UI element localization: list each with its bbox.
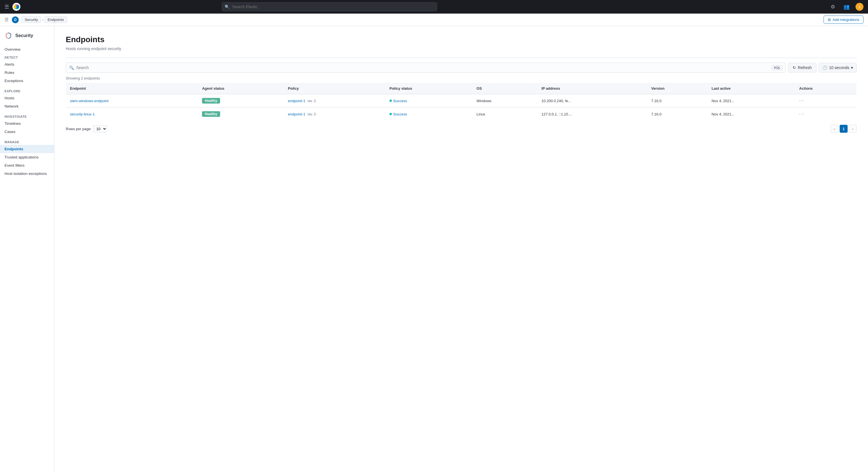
cell-os-1: Linux [472, 107, 537, 121]
top-navigation: ☰ 🔍 ⚙ 👥 I [0, 0, 868, 13]
cell-agent-status-1: Healthy [198, 107, 284, 121]
svg-point-4 [17, 5, 19, 9]
breadcrumb-bar: ☰ D Security › Endpoints ⊞ Add integrati… [0, 13, 868, 26]
col-endpoint: Endpoint [66, 83, 198, 94]
sidebar-item-event-filters[interactable]: Event filters [0, 161, 54, 169]
policy-link-1[interactable]: endpoint-1 [288, 112, 305, 116]
sidebar-item-endpoints[interactable]: Endpoints [0, 145, 54, 153]
rows-per-page-select[interactable]: 10 25 50 [93, 125, 107, 132]
rows-per-page[interactable]: Rows per page: 10 25 50 [66, 125, 109, 132]
content-divider [66, 58, 857, 58]
settings-icon[interactable]: ⚙ [828, 2, 837, 11]
policy-rev-0: rev. 3 [307, 99, 316, 103]
elastic-logo-icon [12, 3, 21, 11]
col-policy: Policy [284, 83, 385, 94]
page-title: Endpoints [66, 35, 857, 44]
sidebar-section-manage: Manage Endpoints Trusted applications Ev… [0, 138, 54, 178]
time-select[interactable]: 🕐 10 seconds ▾ [819, 63, 857, 72]
sidebar-item-network[interactable]: Network [0, 102, 54, 110]
col-last-active: Last active [708, 83, 795, 94]
sidebar-section-detect: Detect Alerts Rules Exceptions [0, 54, 54, 85]
table-body: siem-windows-endpoint Healthy endpoint-1… [66, 94, 857, 121]
prev-page-button[interactable]: ‹ [831, 125, 839, 133]
sidebar-item-trusted-apps[interactable]: Trusted applications [0, 153, 54, 161]
cell-endpoint-0: siem-windows-endpoint [66, 94, 198, 107]
sidebar-item-cases[interactable]: Cases [0, 128, 54, 136]
policy-link-0[interactable]: endpoint-1 [288, 99, 305, 103]
cell-version-1: 7.16.0 [647, 107, 708, 121]
global-search-bar: 🔍 [222, 2, 437, 11]
cell-ip-1: 127.0.0.1, ::1,10.... [537, 107, 647, 121]
cell-actions-1: ··· [795, 107, 857, 121]
sidebar-section-detect-label: Detect [0, 54, 54, 60]
breadcrumb-endpoints[interactable]: Endpoints [44, 16, 67, 23]
elastic-logo[interactable] [12, 3, 21, 11]
breadcrumb-chevron-icon: › [42, 18, 43, 22]
col-actions: Actions [795, 83, 857, 94]
app-layout: Security Overview Detect Alerts Rules Ex… [0, 26, 868, 472]
table-row: security-linux-1 Healthy endpoint-1 rev.… [66, 107, 857, 121]
cell-policy-status-0: Success [385, 94, 472, 107]
user-avatar[interactable]: I [856, 3, 864, 11]
search-icon: 🔍 [69, 65, 74, 70]
cell-policy-1: endpoint-1 rev. 3 [284, 107, 385, 121]
sidebar-item-alerts[interactable]: Alerts [0, 60, 54, 68]
actions-menu-0[interactable]: ··· [799, 98, 805, 103]
col-os: OS [472, 83, 537, 94]
actions-menu-1[interactable]: ··· [799, 111, 805, 116]
cell-last-active-1: Nov 4, 2021... [708, 107, 795, 121]
chevron-down-icon: ▾ [851, 65, 853, 70]
showing-text: Showing 2 endpoints [66, 76, 857, 80]
sidebar-item-overview[interactable]: Overview [0, 45, 54, 54]
endpoint-link-0[interactable]: siem-windows-endpoint [70, 99, 108, 103]
endpoints-table: Endpoint Agent status Policy Policy stat… [66, 82, 857, 121]
kql-badge[interactable]: KQL [772, 65, 783, 70]
controls-row: 🔍 KQL ↻ Refresh 🕐 10 seconds ▾ [66, 63, 857, 73]
rows-per-page-label: Rows per page: [66, 127, 92, 131]
main-content: Endpoints Hosts running endpoint securit… [54, 26, 868, 472]
sidebar-item-exceptions[interactable]: Exceptions [0, 77, 54, 85]
sidebar-security-icon [4, 32, 12, 40]
policy-status-0: Success [390, 99, 407, 103]
sidebar-title: Security [15, 33, 33, 38]
user-badge: D [12, 16, 19, 23]
sidebar-item-host-isolation[interactable]: Host isolation exceptions [0, 169, 54, 178]
cell-policy-status-1: Success [385, 107, 472, 121]
refresh-button[interactable]: ↻ Refresh [788, 63, 816, 72]
cell-ip-0: 10.200.0.240, fe... [537, 94, 647, 107]
sidebar-item-hosts[interactable]: Hosts [0, 94, 54, 102]
breadcrumb-security[interactable]: Security [22, 16, 41, 23]
add-integrations-button[interactable]: ⊞ Add integrations [824, 15, 864, 24]
sidebar-header: Security [0, 32, 54, 45]
cell-actions-0: ··· [795, 94, 857, 107]
sidebar-section-investigate-label: Investigate [0, 113, 54, 120]
healthy-badge-1: Healthy [202, 111, 220, 117]
policy-status-1: Success [390, 112, 407, 116]
endpoint-search-input[interactable] [66, 63, 785, 73]
table-row: siem-windows-endpoint Healthy endpoint-1… [66, 94, 857, 107]
policy-rev-1: rev. 3 [307, 112, 316, 116]
col-policy-status: Policy status [385, 83, 472, 94]
page-1-button[interactable]: 1 [840, 125, 847, 133]
breadcrumb: Security › Endpoints [22, 16, 67, 23]
pagination-row: Rows per page: 10 25 50 ‹ 1 › [66, 125, 857, 133]
cell-last-active-0: Nov 4, 2021... [708, 94, 795, 107]
sidebar-item-timelines[interactable]: Timelines [0, 120, 54, 128]
cell-policy-0: endpoint-1 rev. 3 [284, 94, 385, 107]
sidebar: Security Overview Detect Alerts Rules Ex… [0, 26, 54, 472]
sidebar-section-explore: Explore Hosts Network [0, 87, 54, 110]
hamburger-menu-icon[interactable]: ☰ [4, 4, 9, 10]
next-page-button[interactable]: › [849, 125, 857, 133]
sidebar-section-manage-label: Manage [0, 138, 54, 145]
refresh-icon: ↻ [793, 65, 796, 70]
global-search-input[interactable] [222, 2, 437, 11]
table-header-row: Endpoint Agent status Policy Policy stat… [66, 83, 857, 94]
endpoint-link-1[interactable]: security-linux-1 [70, 112, 95, 116]
sidebar-section-explore-label: Explore [0, 87, 54, 94]
sidebar-item-rules[interactable]: Rules [0, 68, 54, 77]
col-version: Version [647, 83, 708, 94]
users-icon[interactable]: 👥 [842, 2, 851, 11]
sidebar-toggle-icon[interactable]: ☰ [4, 17, 8, 22]
clock-icon: 🕐 [823, 65, 827, 70]
sidebar-section-investigate: Investigate Timelines Cases [0, 113, 54, 136]
